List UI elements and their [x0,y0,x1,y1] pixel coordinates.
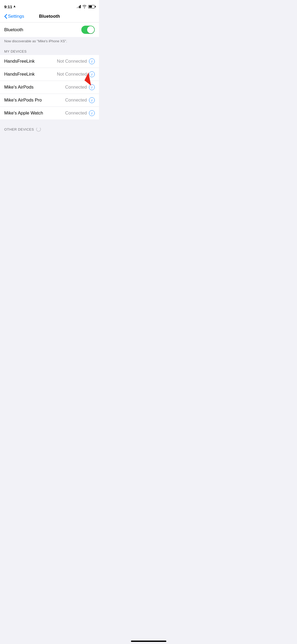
location-icon [13,5,16,8]
other-devices-section: OTHER DEVICES [0,119,99,252]
bluetooth-toggle-row[interactable]: Bluetooth [0,22,99,37]
device-status: Not Connected [57,72,87,77]
status-icons [77,5,95,8]
other-devices-label: OTHER DEVICES [4,127,34,131]
loading-spinner [36,127,41,132]
info-button[interactable]: i [89,97,95,103]
toggle-knob [87,26,94,33]
status-bar: 9:11 [0,0,99,12]
discoverable-text: Now discoverable as "Mike's iPhone XS". [0,37,99,47]
wifi-icon [82,5,87,8]
bluetooth-toggle-section: Bluetooth [0,22,99,37]
device-name: Mike's AirPods [4,85,34,90]
back-label: Settings [8,14,24,19]
bluetooth-toggle-switch[interactable] [81,26,95,34]
bluetooth-toggle-label: Bluetooth [4,27,23,33]
device-name: Mike's AirPods Pro [4,98,42,103]
status-time: 9:11 [4,4,16,9]
my-devices-header: MY DEVICES [0,47,99,55]
device-row[interactable]: HandsFreeLink Not Connected i [0,68,99,81]
page-wrapper: 9:11 [0,0,99,252]
page-title: Bluetooth [39,14,60,19]
device-row[interactable]: Mike's Apple Watch Connected i [0,107,99,119]
other-devices-header: OTHER DEVICES [0,125,99,133]
device-row[interactable]: Mike's AirPods Connected i [0,81,99,94]
device-right: Connected i [65,110,95,116]
device-right: Not Connected i [57,71,95,77]
signal-bars-icon [77,5,81,8]
my-devices-list: HandsFreeLink Not Connected i HandsFreeL… [0,55,99,119]
info-button[interactable]: i [89,71,95,77]
device-row[interactable]: Mike's AirPods Pro Connected i [0,94,99,107]
chevron-left-icon [4,14,7,19]
info-button[interactable]: i [89,110,95,116]
back-button[interactable]: Settings [4,14,24,19]
device-right: Connected i [65,84,95,90]
info-button[interactable]: i [89,58,95,64]
nav-bar: Settings Bluetooth [0,12,99,22]
info-button[interactable]: i [89,84,95,90]
device-status: Connected [65,98,87,103]
time-display: 9:11 [4,4,12,9]
device-right: Connected i [65,97,95,103]
device-name: HandsFreeLink [4,72,35,77]
device-name: HandsFreeLink [4,59,35,64]
device-name: Mike's Apple Watch [4,111,43,116]
device-status: Not Connected [57,59,87,64]
battery-icon [88,5,95,8]
device-right: Not Connected i [57,58,95,64]
device-status: Connected [65,111,87,116]
device-status: Connected [65,85,87,90]
device-row[interactable]: HandsFreeLink Not Connected i [0,55,99,68]
